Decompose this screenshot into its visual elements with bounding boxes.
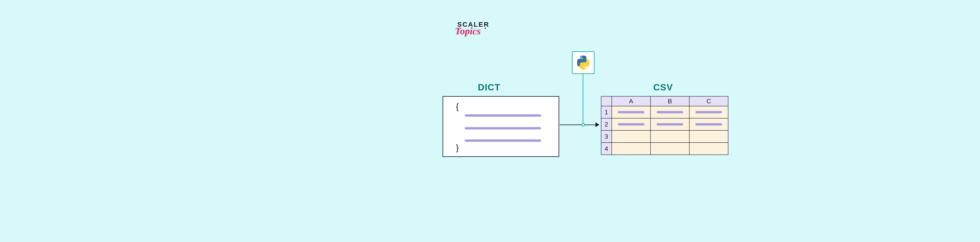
table-row: 2 [601, 118, 728, 131]
python-icon [576, 55, 590, 70]
dict-content-line [465, 127, 541, 129]
connector-vertical [583, 74, 583, 124]
python-icon-box [572, 51, 595, 74]
dict-box: { } [442, 96, 559, 157]
cell-content-line [657, 111, 683, 113]
csv-table: A B C 1 2 3 4 [601, 96, 728, 155]
table-cell [612, 143, 651, 155]
table-cell [689, 143, 728, 155]
cell-content-line [695, 111, 722, 113]
row-header: 4 [601, 143, 612, 155]
row-header: 3 [601, 131, 612, 143]
table-corner-cell [601, 96, 612, 106]
open-brace: { [456, 102, 459, 111]
table-cell [651, 131, 689, 143]
dict-content-line [465, 114, 541, 117]
cell-content-line [695, 123, 722, 126]
connector-arrowhead [595, 123, 599, 127]
row-header: 2 [601, 118, 612, 131]
table-cell [612, 106, 651, 118]
cell-content-line [657, 123, 683, 126]
cell-content-line [618, 123, 644, 126]
table-cell [612, 118, 651, 131]
column-header: A [612, 96, 651, 106]
table-row: 4 [601, 143, 728, 155]
table-cell [689, 118, 728, 131]
column-header: C [689, 96, 728, 106]
column-header: B [651, 96, 689, 106]
close-brace: } [456, 143, 459, 153]
table-row: 3 [601, 131, 728, 143]
table-cell [689, 106, 728, 118]
table-cell [651, 118, 689, 131]
scaler-topics-logo: SCALER Topics [457, 21, 489, 37]
cell-content-line [618, 111, 644, 113]
csv-heading: CSV [653, 82, 673, 92]
table-row: 1 [601, 106, 728, 118]
logo-dot [485, 28, 486, 29]
row-header: 1 [601, 106, 612, 118]
table-cell [689, 131, 728, 143]
dict-heading: DICT [478, 82, 500, 92]
dict-content-line [465, 139, 541, 142]
table-cell [651, 143, 689, 155]
connector-node [581, 123, 585, 126]
connector-arrow-shaft [560, 124, 597, 125]
table-cell [612, 131, 651, 143]
table-cell [651, 106, 689, 118]
